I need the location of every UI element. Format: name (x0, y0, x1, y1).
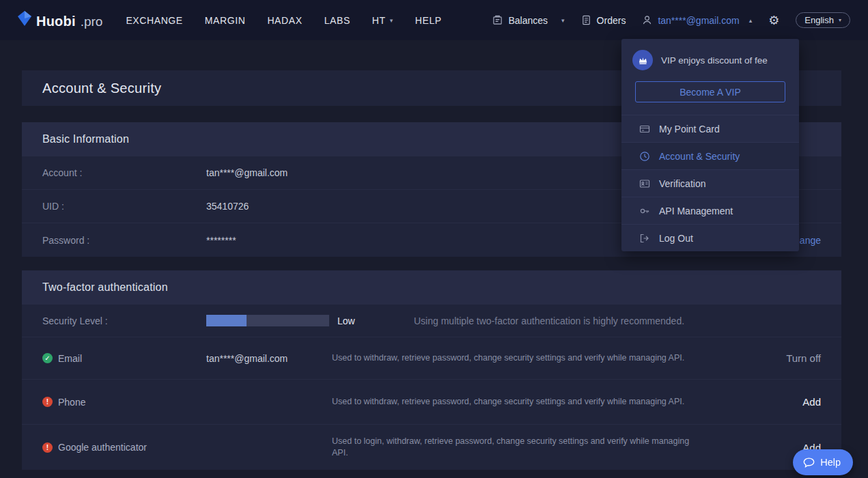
phone-2fa-name: ! Phone (42, 397, 206, 408)
uid-value: 35410726 (206, 201, 249, 212)
user-menu-item-verification[interactable]: Verification (621, 169, 799, 197)
chevron-down-icon: ▾ (839, 17, 841, 23)
account-security-icon (639, 151, 650, 162)
menu-item-label: My Point Card (659, 124, 720, 135)
huobi-logo[interactable]: Huobi.pro (18, 11, 102, 29)
email-2fa-name: ✓ Email (42, 353, 206, 364)
navbar-right: Balances ▾ Orders tan****@gmail.com ▴ ⚙ … (492, 12, 850, 28)
user-menu-item-account-security[interactable]: Account & Security (621, 142, 799, 169)
menu-item-label: Account & Security (659, 151, 740, 162)
two-factor-section: Two-factor authentication Security Level… (22, 270, 841, 470)
settings-gear-icon[interactable]: ⚙ (768, 14, 779, 27)
orders-icon (581, 15, 591, 25)
balances-menu[interactable]: Balances ▾ (492, 15, 564, 26)
section-header: Two-factor authentication (22, 270, 841, 305)
email-turn-off-link[interactable]: Turn off (786, 352, 821, 364)
verification-icon (639, 178, 650, 189)
vip-message: VIP enjoys discount of fee (661, 55, 768, 66)
primary-nav: EXCHANGE MARGIN HADAX LABS HT▾ HELP (126, 15, 441, 26)
row-label: UID : (42, 201, 206, 212)
language-selector[interactable]: English ▾ (796, 12, 850, 28)
security-level-fill (206, 315, 247, 326)
logout-icon (639, 233, 650, 244)
user-dropdown-menu: VIP enjoys discount of fee Become A VIP … (621, 39, 799, 251)
nav-margin[interactable]: MARGIN (205, 15, 246, 26)
wallet-icon (492, 15, 503, 25)
brand-suffix: .pro (81, 14, 103, 29)
security-level-label: Security Level : (42, 315, 206, 326)
security-level-bar (206, 315, 329, 326)
user-icon (642, 15, 652, 25)
google-auth-2fa-name: ! Google authenticator (42, 442, 206, 453)
phone-add-link[interactable]: Add (802, 396, 821, 408)
page-title: Account & Security (42, 81, 161, 96)
nav-help[interactable]: HELP (415, 15, 442, 26)
account-value: tan****@gmail.com (206, 167, 288, 178)
nav-hadax[interactable]: HADAX (267, 15, 302, 26)
google-auth-2fa-description: Used to login, withdraw, retrieve passwo… (332, 436, 690, 460)
user-menu-item-log-out[interactable]: Log Out (621, 224, 799, 251)
nav-exchange[interactable]: EXCHANGE (126, 15, 182, 26)
point-card-icon (639, 124, 650, 135)
phone-2fa-row: ! Phone Used to withdraw, retrieve passw… (22, 380, 841, 425)
chevron-down-icon[interactable]: ▾ (561, 17, 565, 24)
user-menu-item-api-management[interactable]: API Management (621, 197, 799, 224)
verified-check-icon: ✓ (42, 353, 53, 363)
menu-item-label: Log Out (659, 233, 693, 244)
user-email: tan****@gmail.com (658, 15, 739, 26)
help-button[interactable]: Help (793, 449, 853, 475)
nav-labs[interactable]: LABS (324, 15, 350, 26)
chevron-up-icon: ▴ (749, 17, 753, 24)
phone-2fa-description: Used to withdraw, retrieve password, cha… (332, 396, 690, 408)
security-recommendation: Using multiple two-factor authentication… (414, 315, 684, 326)
chat-bubble-icon (803, 458, 815, 468)
nav-ht[interactable]: HT▾ (372, 15, 393, 26)
user-menu-item-my-point-card[interactable]: My Point Card (621, 115, 799, 142)
email-2fa-value: tan****@gmail.com (206, 353, 332, 364)
security-level-row: Security Level : Low Using multiple two-… (22, 305, 841, 337)
chevron-down-icon: ▾ (390, 17, 393, 24)
section-title: Two-factor authentication (42, 281, 168, 294)
menu-item-label: API Management (659, 206, 733, 216)
brand-name: Huobi (36, 14, 76, 29)
password-value: ******** (206, 235, 236, 246)
orders-menu[interactable]: Orders (581, 15, 626, 26)
security-level-value: Low (329, 315, 414, 326)
help-button-label: Help (820, 457, 841, 468)
email-2fa-row: ✓ Email tan****@gmail.com Used to withdr… (22, 337, 841, 380)
api-management-icon (639, 206, 650, 216)
warning-icon: ! (42, 397, 53, 407)
user-menu-trigger[interactable]: tan****@gmail.com ▴ (642, 15, 752, 26)
google-auth-2fa-row: ! Google authenticator Used to login, wi… (22, 425, 841, 470)
vip-banner: VIP enjoys discount of fee (621, 39, 799, 81)
row-label: Password : (42, 235, 206, 246)
huobi-logo-icon (18, 11, 31, 29)
email-2fa-description: Used to withdraw, retrieve password, cha… (332, 352, 690, 365)
row-label: Account : (42, 167, 206, 178)
section-title: Basic Information (42, 133, 129, 145)
menu-item-label: Verification (659, 178, 705, 189)
top-navbar: Huobi.pro EXCHANGE MARGIN HADAX LABS HT▾… (0, 0, 868, 40)
become-vip-button[interactable]: Become A VIP (635, 81, 785, 102)
warning-icon: ! (42, 442, 53, 453)
vip-crown-icon (632, 50, 653, 70)
